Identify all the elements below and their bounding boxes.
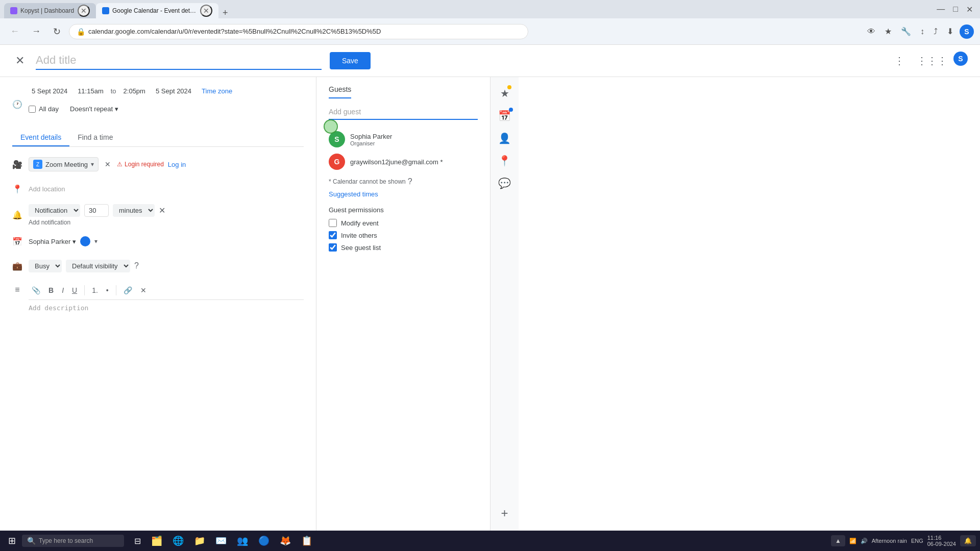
invite-others-checkbox[interactable] <box>329 231 337 239</box>
location-input[interactable] <box>29 185 304 193</box>
zoom-meeting-chip[interactable]: Z Zoom Meeting ▾ <box>29 157 99 171</box>
gray-email: graywilson12june@gmail.com * <box>350 158 478 166</box>
help-circle-icon[interactable]: ? <box>408 177 412 186</box>
back-button[interactable]: ← <box>6 23 23 40</box>
chat-sidebar-button[interactable]: 💬 <box>494 173 515 193</box>
see-guest-list-checkbox[interactable] <box>329 243 337 252</box>
notification-button[interactable]: 🔔 <box>960 535 976 546</box>
zoom-remove-button[interactable]: ✕ <box>103 159 113 169</box>
briefcase-icon: 💼 <box>12 261 22 271</box>
save-button[interactable]: Save <box>330 52 371 69</box>
clock-icon: 🕐 <box>12 99 22 109</box>
repeat-dropdown[interactable]: Doesn't repeat ▾ <box>67 103 121 115</box>
start-time-button[interactable]: 11:15am <box>75 85 107 97</box>
tab-event-details[interactable]: Event details <box>12 129 69 146</box>
start-date-button[interactable]: 5 Sept 2024 <box>29 85 70 97</box>
taskbar-search-box[interactable]: 🔍 Type here to search <box>22 535 124 547</box>
allday-checkbox[interactable] <box>29 106 36 113</box>
login-required-indicator: ⚠ Login required <box>117 161 164 168</box>
allday-label[interactable]: All day <box>29 105 59 113</box>
right-panel: Guests S Sophia Parker Organiser G gray <box>316 77 490 531</box>
tab-close-gcal[interactable]: ✕ <box>200 5 212 17</box>
task-view-button[interactable]: ⊟ <box>130 534 145 548</box>
zoom-content: Z Zoom Meeting ▾ ✕ ⚠ Login required Log … <box>29 157 304 171</box>
maximize-button[interactable]: □ <box>950 3 961 16</box>
notification-remove-button[interactable]: ✕ <box>159 206 165 215</box>
repeat-arrow-icon: ▾ <box>115 105 118 113</box>
notification-type-select[interactable]: Notification <box>29 204 80 217</box>
download-icon[interactable]: ⬇ <box>944 24 957 38</box>
star-sidebar-button[interactable]: ★ <box>496 83 513 104</box>
tab-kopyst[interactable]: Kopyst | Dashboard ✕ <box>4 3 96 18</box>
more-options-button[interactable]: ⋮ <box>891 52 908 70</box>
reader-mode-icon[interactable]: 👁 <box>864 25 878 38</box>
notification-value-input[interactable] <box>84 204 109 217</box>
bookmark-icon[interactable]: ★ <box>881 24 895 38</box>
sync-icon[interactable]: ↕ <box>917 25 927 38</box>
gcal-user-avatar[interactable]: S <box>953 52 968 66</box>
calendar-name-button[interactable]: Sophia Parker ▾ <box>29 238 76 245</box>
attach-button[interactable]: 📎 <box>29 284 43 296</box>
mail-app-button[interactable]: ✉️ <box>211 533 231 548</box>
description-textarea[interactable] <box>29 304 304 345</box>
explorer-app-button[interactable]: 🗂️ <box>147 533 166 548</box>
person-sidebar-button[interactable]: 👤 <box>494 128 515 148</box>
start-button[interactable]: ⊞ <box>4 533 20 548</box>
apps-grid-button[interactable]: ⋮⋮⋮ <box>914 52 950 70</box>
gcal-header: ✕ Save ⋮ ⋮⋮⋮ S <box>0 45 980 77</box>
add-guest-input[interactable] <box>329 105 478 120</box>
new-tab-button[interactable]: + <box>218 8 232 18</box>
suggested-times-button[interactable]: Suggested times <box>329 190 378 198</box>
tab-gcal[interactable]: Google Calendar - Event details ✕ <box>96 3 218 18</box>
calendar-content: Sophia Parker ▾ ▾ <box>29 236 304 246</box>
event-title-input[interactable] <box>36 52 322 70</box>
star-badge <box>507 85 511 89</box>
tab-close-kopyst[interactable]: ✕ <box>78 5 90 17</box>
busy-status-select[interactable]: Busy <box>29 260 62 272</box>
volume-icon: 🔊 <box>861 538 868 544</box>
link-button[interactable]: 🔗 <box>120 284 135 296</box>
bullet-list-button[interactable]: • <box>103 284 112 296</box>
sophia-role: Organiser <box>350 140 478 146</box>
visibility-select[interactable]: Default visibility <box>66 260 130 272</box>
location-icon: 📍 <box>12 184 22 194</box>
modify-event-label: Modify event <box>341 219 379 227</box>
close-window-button[interactable]: ✕ <box>963 3 976 16</box>
bold-button[interactable]: B <box>45 284 57 296</box>
modify-event-checkbox[interactable] <box>329 219 337 227</box>
forward-button[interactable]: → <box>28 23 45 40</box>
add-notification-button[interactable]: Add notification <box>29 219 70 226</box>
end-date-button[interactable]: 5 Sept 2024 <box>153 85 194 97</box>
italic-button[interactable]: I <box>59 284 67 296</box>
person-sidebar-icon: 👤 <box>498 133 511 144</box>
teams-app-button[interactable]: 👥 <box>233 533 252 548</box>
firefox-app-button[interactable]: 🦊 <box>276 533 295 548</box>
notification-unit-select[interactable]: minutes <box>113 204 155 217</box>
numbered-list-button[interactable]: 1. <box>89 284 101 296</box>
calendar-selector: Sophia Parker ▾ ▾ <box>29 236 304 246</box>
system-tray-button[interactable]: ▲ <box>831 535 845 546</box>
kopyst-app-button[interactable]: 📋 <box>297 533 316 548</box>
clear-format-button[interactable]: ✕ <box>137 284 150 296</box>
share-icon[interactable]: ⤴ <box>930 25 941 38</box>
minimize-button[interactable]: — <box>934 3 948 16</box>
underline-button[interactable]: U <box>69 284 80 296</box>
timezone-button[interactable]: Time zone <box>199 85 235 97</box>
map-sidebar-button[interactable]: 📍 <box>494 151 515 171</box>
help-icon[interactable]: ? <box>134 261 139 270</box>
calendar-sidebar-button[interactable]: 📅 <box>494 106 515 126</box>
browser-user-avatar[interactable]: S <box>960 24 974 39</box>
edge-app-button[interactable]: 🌐 <box>168 533 188 548</box>
calendar-color-picker[interactable] <box>80 236 90 246</box>
reload-button[interactable]: ↻ <box>49 23 65 40</box>
address-bar[interactable]: 🔒 calendar.google.com/calendar/u/0/r/eve… <box>69 24 528 39</box>
chrome-app-button[interactable]: 🔵 <box>254 533 274 548</box>
taskbar-search-icon: 🔍 <box>27 537 36 545</box>
add-sidebar-button[interactable]: + <box>497 502 512 524</box>
files-app-button[interactable]: 📁 <box>190 533 209 548</box>
log-in-button[interactable]: Log in <box>168 161 186 168</box>
tab-find-time[interactable]: Find a time <box>69 129 121 146</box>
close-event-button[interactable]: ✕ <box>12 51 28 70</box>
end-time-button[interactable]: 2:05pm <box>120 85 149 97</box>
extensions-icon[interactable]: 🔧 <box>898 24 914 38</box>
